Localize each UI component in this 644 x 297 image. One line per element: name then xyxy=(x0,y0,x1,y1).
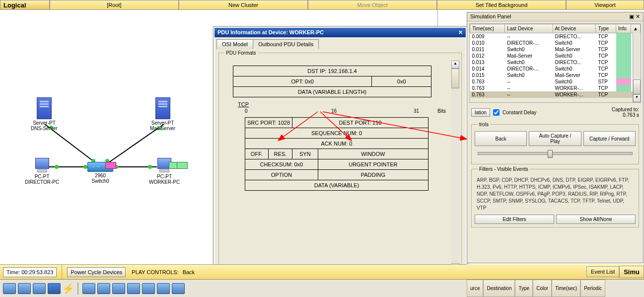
event-row[interactable]: 0.014DIRECTOR-...Switch0TCP xyxy=(470,66,641,72)
logical-tab[interactable]: Logical xyxy=(0,0,50,10)
event-row[interactable]: 0.011Switch0Mail-ServerTCP xyxy=(470,46,641,53)
tcp-seq: SEQUENCE NUM: 0 xyxy=(245,128,429,139)
col-type[interactable]: Type xyxy=(596,24,616,33)
device-type: PC-PT xyxy=(35,174,50,179)
palette-device-icon[interactable] xyxy=(112,283,125,294)
show-all-none-button[interactable]: Show All/None xyxy=(556,215,636,224)
device-label: Switch0 xyxy=(91,178,109,184)
back-button[interactable]: Back xyxy=(475,131,527,146)
capture-forward-button[interactable]: Capture / Forward xyxy=(583,131,636,146)
tcp-label: TCP xyxy=(238,101,442,107)
palette-device-icon[interactable] xyxy=(127,283,140,294)
viewport-button[interactable]: Viewport xyxy=(566,0,644,10)
ip-data: DATA (VARIABLE LENGTH) xyxy=(233,87,431,97)
tcp-window: WINDOW xyxy=(318,149,428,159)
tcp-option: OPTION xyxy=(245,170,318,180)
tab-outbound-pdu[interactable]: Outbound PDU Details xyxy=(253,39,319,49)
back-label[interactable]: Back xyxy=(183,269,195,275)
device-label: DNS-Server xyxy=(31,126,58,131)
event-row[interactable]: 0.763--Switch0STP xyxy=(470,78,641,85)
event-filters-group: Filters - Visible Events ARP, BGP, CDP, … xyxy=(471,166,639,227)
scroll-up-icon[interactable]: ▲ xyxy=(451,61,459,69)
pdu-vscroll[interactable]: ▲▼ xyxy=(451,61,459,271)
close-icon[interactable]: ✕ xyxy=(636,13,640,19)
new-cluster-button[interactable]: New Cluster xyxy=(179,0,308,10)
root-button[interactable]: [Root] xyxy=(50,0,179,10)
edit-filters-button[interactable]: Edit Filters xyxy=(475,215,554,224)
col-time[interactable]: Time(sec) xyxy=(470,24,505,33)
col-info[interactable]: Info xyxy=(616,24,631,33)
palette-switch-icon[interactable] xyxy=(18,283,31,294)
set-tiled-background-button[interactable]: Set Tiled Background xyxy=(437,0,566,10)
col-timesec[interactable]: Time(sec) xyxy=(552,280,580,297)
event-row[interactable]: 0.763--WORKER-...TCP xyxy=(470,85,641,91)
device-dns-server[interactable]: Server-PTDNS-Server xyxy=(31,97,58,131)
palette-hub-icon[interactable] xyxy=(33,283,46,294)
tcp-dst-port: DEST PORT: 110 xyxy=(292,118,429,128)
tcp-src-port: SRC PORT: 1028 xyxy=(245,118,292,128)
device-director-pc[interactable]: PC-PTDIRECTOR-PC xyxy=(25,158,59,185)
window-title[interactable]: PDU Information at Device: WORKER-PC✕ xyxy=(215,28,466,37)
tab-osi-model[interactable]: OSI Model xyxy=(216,39,253,49)
device-type: PC-PT xyxy=(157,174,172,179)
col-at[interactable]: At Device xyxy=(553,24,596,33)
palette-device-icon[interactable] xyxy=(157,283,170,294)
palette-device-icon[interactable] xyxy=(142,283,155,294)
event-row[interactable]: 0.015Switch0Mail-ServerTCP xyxy=(470,72,641,78)
tcp-off: OFF. xyxy=(245,149,269,159)
speed-slider[interactable] xyxy=(478,152,633,155)
tcp-flags: SYN xyxy=(292,149,318,159)
tcp-checksum: CHECKSUM: 0x0 xyxy=(245,159,318,170)
col-destination[interactable]: Destination xyxy=(483,280,515,297)
device-mail-server[interactable]: Server-PTMail-Server xyxy=(150,97,175,131)
col-color[interactable]: Color xyxy=(533,280,552,297)
event-row[interactable]: 0.013Switch0DIRECTO...TCP xyxy=(470,59,641,66)
event-list[interactable]: Time(sec)Last DeviceAt DeviceTypeInfo▲ 0… xyxy=(469,23,641,103)
envelope-green-icon[interactable] xyxy=(177,162,188,169)
col-last[interactable]: Last Device xyxy=(505,24,553,33)
simulation-toggle[interactable]: lation xyxy=(471,108,490,117)
palette-wireless-icon[interactable] xyxy=(48,283,61,294)
tcp-ack: ACK NUM: 0 xyxy=(245,139,429,149)
ip-zero: 0x0 xyxy=(372,76,431,87)
envelope-pink-icon[interactable] xyxy=(105,162,116,169)
palette-device-icon[interactable] xyxy=(172,283,185,294)
bottom-right-bar: Event List Simu xyxy=(467,264,644,279)
power-cycle-button[interactable]: Power Cycle Devices xyxy=(67,267,126,277)
filters-text: ARP, BGP, CDP, DHCP, DHCPv6, DNS, DTP, E… xyxy=(475,176,636,213)
scroll-down-icon[interactable]: ▼ xyxy=(633,94,641,102)
slider-knob[interactable] xyxy=(548,150,553,158)
event-vscroll[interactable]: ▼ xyxy=(633,33,641,102)
palette-device-icon[interactable] xyxy=(97,283,110,294)
col-periodic[interactable]: Periodic xyxy=(580,280,605,297)
scroll-thumb[interactable] xyxy=(633,79,641,94)
dock-icon[interactable]: ▣ xyxy=(629,13,634,19)
close-icon[interactable]: ✕ xyxy=(458,29,463,36)
event-row[interactable]: 0.763--WORKER-...TCP xyxy=(470,91,641,98)
event-row[interactable]: 0.010DIRECTOR-...Switch0TCP xyxy=(470,40,641,46)
scroll-up-icon[interactable]: ▲ xyxy=(631,24,641,33)
event-list-button[interactable]: Event List xyxy=(586,266,619,277)
simulation-panel-title[interactable]: Simulation Panel▣ ✕ xyxy=(467,12,643,21)
auto-capture-button[interactable]: Auto Capture / Play xyxy=(529,131,581,146)
device-label: WORKER-PC xyxy=(149,179,180,185)
col-source[interactable]: urce xyxy=(467,280,483,297)
device-type: Server-PT xyxy=(151,120,174,126)
sim-time: Time: 00:29:53.823 xyxy=(3,267,57,277)
palette-lightning-icon[interactable]: ⚡ xyxy=(63,283,73,294)
simulation-mode-button[interactable]: Simu xyxy=(619,266,644,278)
event-row[interactable]: 0.012Mail-ServerSwitch0TCP xyxy=(470,53,641,59)
simulation-panel[interactable]: Simulation Panel▣ ✕ Time(sec)Last Device… xyxy=(467,12,644,263)
palette-device-icon[interactable] xyxy=(82,283,95,294)
pdu-info-window[interactable]: PDU Information at Device: WORKER-PC✕ OS… xyxy=(214,27,467,290)
tcp-res: RES. xyxy=(268,149,292,159)
event-row[interactable]: 0.009--DIRECTO...TCP xyxy=(470,33,641,40)
tcp-padding: PADDING xyxy=(318,170,428,180)
device-label: Mail-Server xyxy=(150,126,175,131)
scroll-thumb[interactable] xyxy=(451,69,459,88)
play-controls-label: PLAY CONTROLS: xyxy=(132,269,178,275)
ip-opt: OPT: 0x0 xyxy=(233,76,372,87)
col-type2[interactable]: Type xyxy=(515,280,533,297)
constant-delay-checkbox[interactable] xyxy=(493,109,500,116)
palette-router-icon[interactable] xyxy=(3,283,16,294)
